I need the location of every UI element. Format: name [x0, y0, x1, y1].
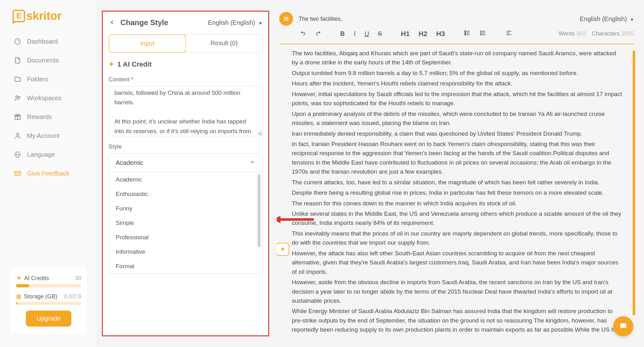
- chevron-up-icon: [250, 159, 255, 166]
- sidebar-item-feedback[interactable]: Give Feedback: [8, 164, 90, 183]
- style-option-academic[interactable]: Academic: [109, 172, 262, 187]
- folder-icon: [14, 75, 21, 83]
- unordered-list-button[interactable]: [478, 28, 488, 39]
- chat-fab[interactable]: [613, 316, 633, 336]
- chars-value: 3595: [621, 30, 634, 37]
- logo-icon: E: [13, 10, 25, 22]
- sidebar-item-folders[interactable]: Folders: [8, 70, 90, 89]
- style-option-funny[interactable]: Funny: [109, 201, 262, 216]
- style-option-professional[interactable]: Professional: [109, 230, 262, 245]
- panel-tabs: Input Result (0): [108, 34, 263, 53]
- style-option-informative[interactable]: Informative: [109, 245, 262, 259]
- document-paragraph[interactable]: The current attacks, too, have led to a …: [292, 178, 623, 187]
- back-button[interactable]: [108, 17, 116, 28]
- editor-panel: The two facilities, English (English) ▼ …: [274, 0, 644, 347]
- sidebar-item-dashboard[interactable]: Dashboard: [8, 32, 90, 51]
- editor-toolbar: B I U S H1 H2 H3 123: [277, 26, 636, 44]
- tab-input[interactable]: Input: [108, 34, 186, 53]
- sidebar-item-label: My Account: [27, 132, 59, 139]
- sidebar: E skritor Dashboard Documents Folders: [0, 0, 97, 347]
- undo-button[interactable]: [299, 29, 308, 39]
- content-label-text: Content: [108, 76, 130, 83]
- document-title[interactable]: The two facilities,: [299, 16, 574, 22]
- caret-down-icon: ▼: [630, 17, 634, 22]
- h1-button[interactable]: H1: [400, 29, 411, 39]
- redo-button[interactable]: [314, 29, 323, 39]
- tab-result[interactable]: Result (0): [186, 35, 262, 52]
- underline-button[interactable]: U: [363, 29, 370, 39]
- document-paragraph[interactable]: Despite there being a resulting global r…: [292, 188, 623, 197]
- style-selected-value: Academic: [116, 159, 143, 166]
- sidebar-item-rewards[interactable]: Rewards: [8, 107, 90, 126]
- logo[interactable]: E skritor: [0, 6, 97, 32]
- user-icon: [14, 132, 21, 139]
- document-paragraph[interactable]: This inevitably means that the prices of…: [292, 229, 623, 247]
- scrollbar[interactable]: [633, 51, 635, 315]
- sidebar-item-documents[interactable]: Documents: [8, 51, 90, 70]
- gauge-icon: [14, 38, 21, 45]
- ai-credit-cost: ✦ 1 AI Credit: [108, 60, 263, 68]
- words-label: Words: [558, 30, 575, 37]
- document-paragraph[interactable]: Hours after the incident, Yemen's Houthi…: [292, 79, 623, 88]
- document-paragraph[interactable]: However, initial speculations by Saudi o…: [292, 89, 623, 108]
- panel-language-label: English (English): [208, 19, 255, 26]
- ai-assist-button[interactable]: ✦: [277, 243, 289, 256]
- caret-down-icon: ▼: [258, 21, 263, 26]
- required-asterisk: *: [131, 76, 133, 83]
- document-paragraph[interactable]: Unlike several states in the Middle East…: [292, 209, 623, 228]
- style-option-enthusiastic[interactable]: Enthusiastic: [109, 187, 262, 201]
- style-options-list: Academic Enthusiastic Funny Simple Profe…: [108, 172, 263, 274]
- users-icon: [14, 94, 21, 102]
- sidebar-item-label: Language: [27, 151, 55, 158]
- svg-point-5: [16, 133, 19, 136]
- change-style-panel: Change Style English (English) ▼ Input R…: [97, 0, 274, 347]
- svg-point-1: [16, 96, 18, 98]
- storage-value: 0.0/2.9: [64, 293, 81, 300]
- svg-point-13: [481, 33, 482, 34]
- document-paragraph[interactable]: Output tumbled from 9.8 million barrels …: [292, 68, 623, 78]
- document-paragraph[interactable]: In fact, Iranian President Hassan Rouhan…: [292, 139, 623, 176]
- sidebar-item-language[interactable]: Language: [8, 145, 90, 164]
- words-value: 602: [577, 30, 586, 37]
- sidebar-item-workspaces[interactable]: Workspaces: [8, 89, 90, 107]
- strike-button[interactable]: S: [377, 29, 383, 39]
- h3-button[interactable]: H3: [435, 29, 446, 39]
- document-paragraph[interactable]: The reason for this comes down to the ma…: [292, 199, 623, 208]
- align-button[interactable]: [504, 28, 514, 39]
- h2-button[interactable]: H2: [417, 29, 429, 39]
- content-textarea[interactable]: barrels, followed by China at around 500…: [108, 86, 263, 136]
- document-paragraph[interactable]: However, the attack has also left other …: [292, 249, 623, 276]
- style-label: Style: [108, 143, 263, 150]
- document-body[interactable]: The two facilities, Abqaiq and Khurais w…: [292, 49, 629, 336]
- document-paragraph[interactable]: The two facilities, Abqaiq and Khurais w…: [292, 49, 623, 67]
- sparkles-icon: ✦: [280, 245, 286, 253]
- svg-point-14: [481, 34, 482, 35]
- bold-button[interactable]: B: [339, 29, 346, 39]
- sparkles-icon: ✦: [16, 274, 22, 282]
- sidebar-item-label: Workspaces: [27, 95, 62, 102]
- sparkles-icon: ✦: [108, 60, 114, 68]
- document-paragraph[interactable]: Upon a preliminary analysis of the debri…: [292, 109, 623, 128]
- style-select[interactable]: Academic: [108, 153, 263, 172]
- svg-text:3: 3: [465, 34, 466, 35]
- svg-point-12: [481, 31, 482, 32]
- storage-label: Storage (GB): [24, 293, 57, 300]
- logo-text: skritor: [26, 9, 62, 23]
- globe-icon: [14, 151, 21, 158]
- italic-button[interactable]: I: [352, 29, 357, 39]
- style-option-simple[interactable]: Simple: [109, 216, 262, 230]
- ordered-list-button[interactable]: 123: [463, 28, 472, 39]
- menu-button[interactable]: [279, 12, 293, 26]
- panel-language-select[interactable]: English (English) ▼: [208, 19, 263, 26]
- panel-title: Change Style: [120, 18, 168, 27]
- document-paragraph[interactable]: While Energy Minister of Saudi Arabia Ab…: [292, 306, 623, 336]
- ai-credit-cost-label: 1 AI Credit: [117, 60, 152, 68]
- style-option-formal[interactable]: Formal: [109, 259, 262, 274]
- upgrade-button[interactable]: Upgrade: [26, 311, 71, 327]
- svg-point-2: [19, 97, 20, 98]
- content-label: Content *: [108, 76, 263, 83]
- sidebar-item-account[interactable]: My Account: [8, 126, 90, 145]
- document-paragraph[interactable]: However, aside from the obvious decline …: [292, 278, 623, 305]
- editor-language-select[interactable]: English (English) ▼: [580, 15, 634, 23]
- document-paragraph[interactable]: Iran immediately denied responsibility, …: [292, 129, 623, 138]
